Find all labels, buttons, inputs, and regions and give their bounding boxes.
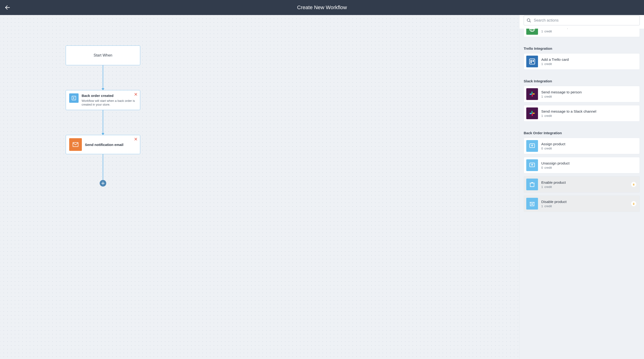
svg-rect-23	[530, 94, 532, 95]
assign-icon	[526, 140, 538, 152]
add-action-panel: Add action Send HTTP Request1creditTrell…	[519, 15, 644, 359]
action-card-credits: 1credit	[541, 30, 637, 33]
action-card-title: Unassign product	[541, 161, 637, 165]
svg-rect-20	[532, 92, 532, 94]
trigger-description: Workflow will start when a back order is…	[82, 99, 137, 107]
slack-icon	[526, 88, 538, 100]
search-icon	[526, 18, 532, 23]
slack-icon	[526, 108, 538, 119]
remove-action-button[interactable]	[134, 138, 137, 141]
action-card-title: Assign product	[541, 142, 637, 146]
action-card-credits: 1credit	[541, 204, 628, 208]
svg-rect-32	[633, 184, 634, 186]
svg-rect-25	[532, 113, 535, 114]
page-title: Create New Workflow	[297, 5, 347, 11]
close-icon	[134, 93, 137, 96]
start-node-label: Start When	[94, 53, 112, 58]
action-card[interactable]: Send message to a Slack channel1credit	[524, 105, 640, 122]
lock-icon	[631, 182, 636, 187]
action-card-credits: 0credit	[541, 147, 637, 150]
email-icon	[69, 138, 82, 151]
action-card[interactable]: Add a Trello card1credit	[524, 53, 640, 70]
action-card-title: Send HTTP Request	[541, 29, 637, 29]
trello-icon	[526, 56, 538, 67]
action-card-title: Enable product	[541, 180, 628, 185]
connector	[103, 154, 103, 183]
start-node[interactable]: Start When	[66, 46, 140, 65]
search-actions-field[interactable]	[524, 16, 640, 25]
action-card[interactable]: Enable product1credit	[524, 176, 640, 193]
globe-icon	[526, 29, 538, 35]
action-card-credits: 1credit	[541, 185, 628, 189]
svg-rect-18	[530, 60, 532, 63]
add-step-button[interactable]	[100, 180, 106, 187]
action-card-title: Add a Trello card	[541, 57, 637, 62]
topbar: Create New Workflow	[0, 0, 644, 15]
action-card-title: Send message to a Slack channel	[541, 109, 637, 114]
action-card[interactable]: Send message to person1credit	[524, 86, 640, 102]
action-card[interactable]: Send HTTP Request1credit	[524, 29, 640, 37]
search-input[interactable]	[534, 18, 637, 23]
plus-icon	[101, 182, 104, 185]
back-order-icon	[69, 93, 78, 103]
action-card-credits: 1credit	[541, 114, 637, 118]
action-title: Send notification email	[85, 142, 123, 147]
action-card[interactable]: Unassign product0credit	[524, 157, 640, 173]
enable-icon	[526, 179, 538, 190]
arrow-left-icon	[4, 5, 10, 11]
connector	[103, 65, 103, 90]
trigger-node[interactable]: Back order created Workflow will start w…	[66, 90, 140, 110]
connector	[103, 110, 103, 135]
svg-rect-24	[532, 111, 532, 113]
action-group-title: Slack Integration	[520, 73, 644, 86]
actions-scroll-area[interactable]: Send HTTP Request1creditTrello Integrati…	[520, 29, 644, 359]
remove-trigger-button[interactable]	[134, 93, 137, 96]
svg-rect-22	[532, 94, 533, 97]
back-button[interactable]	[0, 0, 15, 15]
trigger-title: Back order created	[82, 93, 137, 98]
svg-line-13	[530, 21, 530, 22]
action-card[interactable]: Assign product0credit	[524, 138, 640, 154]
svg-rect-35	[633, 204, 634, 205]
svg-rect-21	[532, 93, 535, 95]
action-card-credits: 0credit	[541, 166, 637, 169]
svg-rect-17	[530, 59, 535, 64]
action-node[interactable]: Send notification email	[66, 135, 140, 154]
action-card-title: Send message to person	[541, 90, 637, 94]
unassign-icon	[526, 159, 538, 171]
action-group-title: Back Order Integration	[520, 124, 644, 138]
action-card[interactable]: Disable product1credit	[524, 195, 640, 212]
lock-icon	[631, 201, 636, 206]
action-card-credits: 1credit	[541, 95, 637, 98]
action-card-title: Disable product	[541, 199, 628, 204]
svg-rect-26	[532, 114, 533, 116]
svg-rect-19	[532, 60, 534, 62]
close-icon	[134, 138, 137, 141]
action-card-credits: 1credit	[541, 62, 637, 66]
action-group-title: Trello Integration	[520, 40, 644, 53]
workflow-canvas[interactable]: Start When Back order created Workflow w…	[0, 15, 519, 359]
svg-rect-27	[530, 113, 532, 114]
disable-icon	[526, 198, 538, 210]
